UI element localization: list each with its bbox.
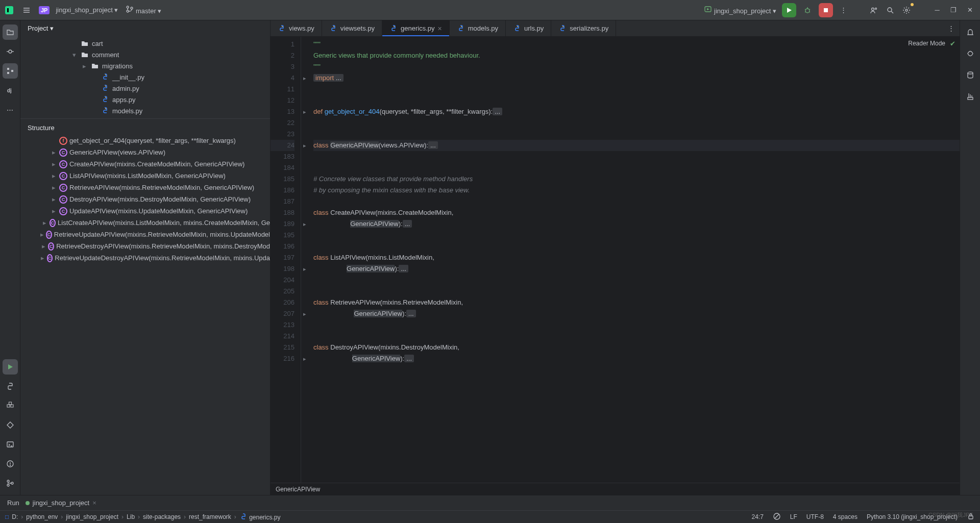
stop-button[interactable] (819, 3, 833, 17)
breadcrumb-item[interactable]: rest_framework (189, 513, 231, 520)
editor-tab[interactable]: viewsets.py (322, 20, 382, 36)
titlebar: JP jingxi_shop_project ▾ master ▾ jingxi… (0, 0, 980, 20)
run-config-selector[interactable]: jingxi_shop_project ▾ (704, 5, 778, 15)
python-console-icon[interactable] (3, 379, 18, 394)
editor-tab[interactable]: models.py (450, 20, 506, 36)
main-menu-icon[interactable] (20, 4, 33, 16)
branch-selector[interactable]: master ▾ (126, 5, 163, 15)
breadcrumb-item[interactable]: site-packages (143, 513, 181, 520)
reader-mode-label[interactable]: Reader Mode (908, 40, 945, 47)
project-panel-header[interactable]: Project ▾ (20, 20, 270, 36)
tree-item[interactable]: admin.py (20, 83, 270, 94)
svg-rect-30 (7, 405, 10, 407)
tree-item[interactable]: ▾comment (20, 49, 270, 60)
run-tool-window-bar[interactable]: Run jingxi_shop_project × (0, 495, 980, 510)
structure-item[interactable]: fget_object_or_404(queryset, *filter_arg… (20, 135, 270, 146)
structure-item[interactable]: ▸CCreateAPIView(mixins.CreateModelMixin,… (20, 158, 270, 170)
breadcrumb-item[interactable]: D: (12, 513, 18, 520)
svg-point-47 (394, 26, 395, 27)
breadcrumb-item[interactable]: Lib (127, 513, 135, 520)
fold-gutter[interactable]: ▸▸▸▸▸▸▸ (301, 37, 308, 483)
svg-point-45 (282, 26, 283, 27)
structure-item[interactable]: ▸CRetrieveAPIView(mixins.RetrieveModelMi… (20, 182, 270, 193)
breadcrumb-item[interactable]: jingxi_shop_project (66, 513, 118, 520)
tree-item[interactable]: models.py (20, 105, 270, 116)
file-encoding[interactable]: UTF-8 (806, 513, 824, 520)
svg-rect-32 (9, 402, 11, 405)
structure-list[interactable]: fget_object_or_404(queryset, *filter_arg… (20, 135, 270, 495)
editor-body[interactable]: Reader Mode ✔ 12341112132223◉24183184185… (271, 37, 960, 483)
svg-rect-58 (969, 516, 973, 519)
endpoints-icon[interactable] (963, 89, 978, 104)
cursor-position[interactable]: 24:7 (751, 513, 763, 520)
breadcrumb-item[interactable]: generics.py (239, 513, 281, 521)
structure-item[interactable]: ▸CListAPIView(mixins.ListModelMixin, Gen… (20, 170, 270, 182)
debug-button[interactable] (800, 3, 815, 17)
database-icon[interactable] (963, 67, 978, 83)
notifications-icon[interactable] (963, 24, 978, 40)
editor-breadcrumb[interactable]: GenericAPIView (271, 483, 960, 495)
editor-tab[interactable]: views.py (271, 20, 322, 36)
editor-tab[interactable]: generics.py× (382, 20, 450, 36)
readonly-icon[interactable] (773, 512, 781, 522)
structure-item[interactable]: ▸CDestroyAPIView(mixins.DestroyModelMixi… (20, 193, 270, 205)
more-tools-icon[interactable]: ⋯ (3, 102, 18, 117)
indent-settings[interactable]: 4 spaces (833, 513, 857, 520)
code-with-me-icon[interactable] (868, 4, 880, 16)
line-separator[interactable]: LF (790, 513, 797, 520)
svg-marker-33 (7, 422, 13, 428)
left-tool-rail: dj ⋯ (0, 20, 20, 495)
project-tool-icon[interactable] (3, 24, 18, 40)
editor-tab[interactable]: urls.py (506, 20, 551, 36)
breadcrumb-item[interactable]: python_env (26, 513, 58, 520)
editor-tab[interactable]: serializers.py (551, 20, 616, 36)
close-icon[interactable]: × (92, 499, 96, 507)
editor-zone: views.pyviewsets.pygenerics.py×models.py… (271, 20, 960, 495)
structure-item[interactable]: ▸CRetrieveUpdateAPIView(mixins.RetrieveM… (20, 229, 270, 240)
structure-item[interactable]: ▸CRetrieveDestroyAPIView(mixins.Retrieve… (20, 240, 270, 252)
run-button[interactable] (782, 3, 796, 17)
breadcrumbs[interactable]: □ D: › python_env › jingxi_shop_project … (5, 513, 281, 521)
services-icon[interactable] (3, 417, 18, 433)
run-tool-icon[interactable] (3, 359, 18, 375)
more-actions-icon[interactable]: ⋮ (837, 4, 849, 16)
maximize-icon[interactable]: ❐ (947, 4, 960, 16)
run-label: Run (7, 499, 19, 507)
structure-item[interactable]: ▸CUpdateAPIView(mixins.UpdateModelMixin,… (20, 205, 270, 217)
structure-item[interactable]: ▸CListCreateAPIView(mixins.ListModelMixi… (20, 217, 270, 229)
readonly-lock-icon[interactable] (967, 512, 975, 522)
commit-tool-icon[interactable] (3, 44, 18, 59)
tree-item[interactable]: apps.py (20, 94, 270, 105)
svg-point-22 (9, 50, 12, 53)
tree-item[interactable]: __init__.py (20, 71, 270, 83)
problems-icon[interactable] (3, 456, 18, 471)
project-tree[interactable]: cart▾comment▸migrations__init__.pyadmin.… (20, 36, 270, 118)
close-window-icon[interactable]: ✕ (964, 4, 976, 16)
line-gutter: 12341112132223◉2418318418518618718818919… (271, 37, 301, 483)
svg-rect-0 (5, 6, 13, 14)
code-area[interactable]: """Generic views that provide commonly n… (308, 37, 960, 483)
tabs-menu-icon[interactable]: ⋮ (943, 20, 960, 36)
minimize-icon[interactable]: ─ (931, 4, 943, 16)
tree-item[interactable]: cart (20, 38, 270, 49)
settings-icon[interactable] (900, 4, 913, 16)
interpreter[interactable]: Python 3.10 (jingxi_shop_project) (867, 513, 958, 520)
search-icon[interactable] (884, 4, 896, 16)
run-config-tab[interactable]: jingxi_shop_project × (26, 499, 96, 507)
reader-mode-check-icon[interactable]: ✔ (950, 40, 955, 47)
svg-point-38 (7, 480, 9, 482)
close-icon[interactable]: × (438, 24, 442, 33)
packages-icon[interactable] (3, 398, 18, 413)
structure-item[interactable]: ▸CGenericAPIView(views.APIView) (20, 146, 270, 158)
svg-line-20 (891, 11, 893, 13)
svg-marker-9 (787, 8, 792, 13)
vcs-icon[interactable] (3, 476, 18, 491)
svg-rect-52 (968, 97, 973, 99)
django-tool-icon[interactable]: dj (3, 83, 18, 98)
structure-tool-icon[interactable] (3, 63, 18, 79)
terminal-icon[interactable] (3, 437, 18, 452)
tree-item[interactable]: ▸migrations (20, 60, 270, 71)
ai-assistant-icon[interactable] (963, 46, 978, 61)
project-selector[interactable]: jingxi_shop_project ▾ (56, 6, 119, 14)
structure-item[interactable]: ▸CRetrieveUpdateDestroyAPIView(mixins.Re… (20, 252, 270, 264)
